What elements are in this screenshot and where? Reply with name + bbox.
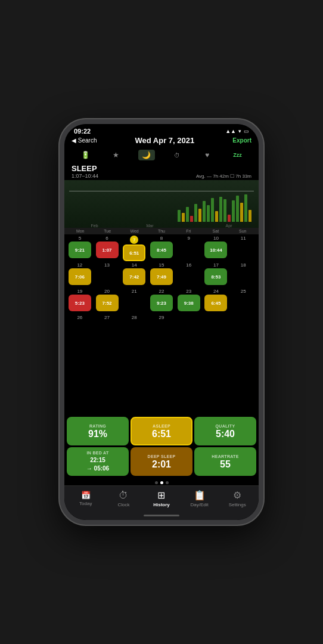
calendar-cell[interactable]: 239:38 <box>176 289 202 314</box>
cal-date-number: 24 <box>213 289 219 294</box>
page-dot <box>155 481 158 484</box>
sleep-block[interactable]: 9:23 <box>150 295 173 311</box>
calendar-cell[interactable]: 195:23 <box>67 289 93 314</box>
stat-card[interactable]: QUALITY5:40 <box>194 417 256 445</box>
sleep-block[interactable]: 10:44 <box>204 242 227 258</box>
chart-bar <box>178 210 181 222</box>
battery-icon: ▭ <box>244 128 249 134</box>
nav-item-today[interactable]: 📅Today <box>73 491 99 506</box>
nav-icon: 📅 <box>81 491 91 500</box>
stat-value: 91% <box>88 429 107 439</box>
chart-bar <box>244 194 247 222</box>
stat-card[interactable]: HEARTRATE55 <box>194 447 256 476</box>
cal-date-number: 23 <box>186 289 191 294</box>
chart-bar <box>223 199 226 222</box>
sleep-block[interactable]: 7:42 <box>123 268 145 285</box>
dow-label: Thu <box>148 228 175 234</box>
sleep-block[interactable]: 1:07 <box>96 242 119 258</box>
dow-label: Fri <box>175 228 202 234</box>
calendar-cell: 25 <box>230 289 256 314</box>
star-tab-icon: ★ <box>113 151 119 159</box>
nav-item-settings[interactable]: ⚙Settings <box>224 490 250 507</box>
calendar-cell: 18 <box>230 262 256 287</box>
cal-date-number: 26 <box>77 315 82 320</box>
chart-bar <box>198 209 201 222</box>
chart-bar <box>194 204 197 222</box>
dow-label: Sun <box>229 228 256 234</box>
export-button[interactable]: Export <box>232 137 251 144</box>
home-bar <box>144 515 179 516</box>
sleep-block[interactable]: 7:06 <box>69 268 91 285</box>
sleep-title: SLEEP <box>72 164 98 173</box>
heart-tab-icon: ♥ <box>205 151 209 159</box>
cal-date-number: 18 <box>241 262 246 268</box>
nav-item-day-edit[interactable]: 📋Day/Edit <box>187 490 213 507</box>
calendar-cell[interactable]: 59:21 <box>67 236 93 261</box>
cal-date-number: 15 <box>159 262 164 268</box>
nav-label: Day/Edit <box>190 502 208 507</box>
stat-label: DEEP SLEEP <box>148 454 176 459</box>
tab-star[interactable]: ★ <box>108 150 125 160</box>
sleep-block[interactable]: 7:49 <box>150 268 173 285</box>
cal-date-number: 19 <box>77 289 82 294</box>
tab-heart[interactable]: ♥ <box>199 150 216 160</box>
stat-card[interactable]: RATING91% <box>67 417 129 445</box>
chart-bar <box>190 216 193 222</box>
sleep-block[interactable]: 7:52 <box>96 295 119 311</box>
sleep-block[interactable]: 8:45 <box>150 242 173 258</box>
calendar-cell[interactable]: 147:42 <box>121 262 147 287</box>
calendar-cell: 28 <box>121 315 147 340</box>
stat-card[interactable]: DEEP SLEEP2:01 <box>131 447 192 476</box>
nav-label: Settings <box>229 502 246 507</box>
calendar-cell[interactable]: 229:23 <box>148 289 175 314</box>
sleep-block[interactable]: 8:53 <box>204 268 227 285</box>
cal-date-number: 17 <box>213 262 219 268</box>
calendar-cell[interactable]: 1010:44 <box>203 236 229 261</box>
page-dot <box>166 481 169 484</box>
sleep-block[interactable]: 6:51 <box>123 244 145 261</box>
sleep-block[interactable]: 6:45 <box>204 295 227 311</box>
calendar-cell: 27 <box>94 315 120 340</box>
nav-item-clock[interactable]: ⏱Clock <box>110 490 136 507</box>
stat-card[interactable]: ASLEEP6:51 <box>131 417 192 445</box>
cal-date-number: 11 <box>241 236 246 241</box>
cal-date-number: 28 <box>132 315 137 320</box>
calendar-cell: 29 <box>148 315 175 340</box>
calendar-cell[interactable]: 61:07 <box>94 236 120 261</box>
tab-zzz[interactable]: Zzz <box>229 150 246 160</box>
calendar-cell[interactable]: 76:51 <box>121 236 147 261</box>
tab-battery[interactable]: 🔋 <box>77 150 94 160</box>
cal-date-number: 16 <box>186 262 191 268</box>
sleep-header: SLEEP 1:07–10:44 Avg. — 7h 42m ☐ 7h 33m <box>64 163 259 180</box>
sleep-block[interactable]: 9:38 <box>178 295 200 311</box>
stat-label: ASLEEP <box>153 424 170 428</box>
icon-tabs-row: 🔋 ★ 🌙 ⏱ ♥ Zzz <box>64 147 259 163</box>
calendar-cell[interactable]: 246:45 <box>203 289 229 314</box>
dow-label: Mon <box>67 228 94 234</box>
tab-moon[interactable]: 🌙 <box>138 150 155 160</box>
calendar-week: 26272829 <box>67 315 256 340</box>
stats-row: IN BED AT22:15→ 05:06DEEP SLEEP2:01HEART… <box>67 447 256 476</box>
cal-date-number: 5 <box>79 236 81 241</box>
back-button[interactable]: ◀ Search <box>72 137 97 144</box>
sleep-block[interactable]: 9:21 <box>69 242 91 258</box>
calendar-cell[interactable]: 127:06 <box>67 262 93 287</box>
dow-label: Sat <box>202 228 229 234</box>
calendar-cell[interactable]: 157:49 <box>148 262 175 287</box>
header-title: Wed Apr 7, 2021 <box>135 136 195 145</box>
chart-bars <box>173 186 256 222</box>
nav-item-history[interactable]: ⊞History <box>148 490 175 507</box>
chart-bar <box>228 215 231 222</box>
stat-value: 55 <box>220 460 231 469</box>
chart-bar <box>249 210 251 222</box>
calendar-cell[interactable]: 207:52 <box>94 289 120 314</box>
stat-card[interactable]: IN BED AT22:15→ 05:06 <box>67 447 129 476</box>
calendar-cell[interactable]: 178:53 <box>203 262 229 287</box>
nav-icon: 📋 <box>194 490 206 501</box>
battery-tab-icon: 🔋 <box>81 151 90 159</box>
calendar-cell[interactable]: 88:45 <box>148 236 175 261</box>
tab-clock[interactable]: ⏱ <box>169 150 185 160</box>
sleep-block[interactable]: 5:23 <box>69 295 91 311</box>
stat-label: HEARTRATE <box>212 454 238 459</box>
nav-icon: ⚙ <box>233 490 241 501</box>
